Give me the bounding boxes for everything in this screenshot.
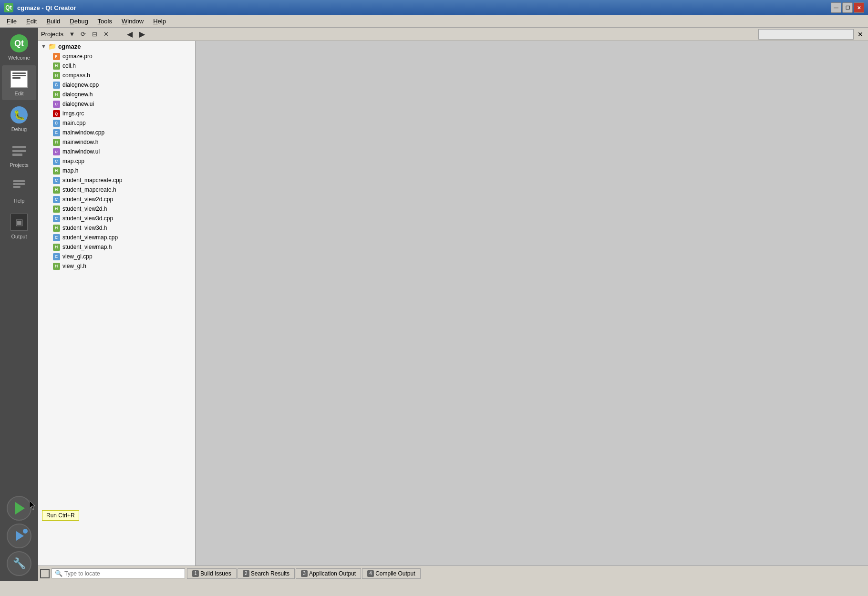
tree-file-item[interactable]: C student_view2d.cpp <box>38 195 195 204</box>
bottom-tab-2[interactable]: 3 Application Output <box>296 568 361 579</box>
tree-file-item[interactable]: H cell.h <box>38 61 195 71</box>
file-type-icon: C <box>52 253 60 260</box>
sidebar-label-edit: Edit <box>15 91 24 96</box>
menu-window[interactable]: Window <box>117 16 148 26</box>
window-controls: — ❐ ✕ <box>831 2 864 13</box>
tree-file-item[interactable]: U dialognew.ui <box>38 99 195 109</box>
tree-file-item[interactable]: C student_view3d.cpp <box>38 214 195 223</box>
close-button[interactable]: ✕ <box>854 2 864 13</box>
bottom-tab-3[interactable]: 4 Compile Output <box>362 568 420 579</box>
tree-file-item[interactable]: H student_viewmap.h <box>38 242 195 252</box>
file-name: student_view2d.h <box>62 206 107 212</box>
titlebar: Qt cgmaze - Qt Creator — ❐ ✕ <box>0 0 868 15</box>
menu-build[interactable]: Build <box>41 16 65 26</box>
file-type-icon: Q <box>52 110 60 117</box>
projects-toolbar: Projects ▼ ⟳ ⊟ ✕ ◀ ▶ ✕ <box>38 28 868 41</box>
menu-tools[interactable]: Tools <box>93 16 117 26</box>
menu-help[interactable]: Help <box>148 16 171 26</box>
file-list: P cgmaze.pro H cell.h H compass.h C dial… <box>38 51 195 271</box>
debug-icon: 🐛 <box>9 105 29 125</box>
search-icon: 🔍 <box>55 570 62 577</box>
file-name: map.h <box>62 167 78 174</box>
file-type-icon: C <box>52 195 60 203</box>
file-type-icon: P <box>52 52 60 60</box>
bottom-tab-0[interactable]: 1 Build Issues <box>187 568 237 579</box>
file-name: mainwindow.ui <box>62 148 100 155</box>
sidebar-label-debug: Debug <box>11 126 27 132</box>
search-box: 🔍 <box>52 568 185 578</box>
root-toggle-icon: ▼ <box>41 43 46 49</box>
file-name: dialognew.cpp <box>62 82 99 88</box>
file-name: map.cpp <box>62 158 84 164</box>
file-name: imgs.qrc <box>62 110 84 117</box>
sync-button[interactable]: ⟳ <box>79 30 88 39</box>
file-name: view_gl.cpp <box>62 253 93 260</box>
tab-number: 2 <box>243 570 249 577</box>
bottom-tab-1[interactable]: 2 Search Results <box>238 568 295 579</box>
window-title: cgmaze - Qt Creator <box>17 4 831 11</box>
sidebar-item-projects[interactable]: Projects <box>2 137 36 172</box>
tree-file-item[interactable]: C dialognew.cpp <box>38 80 195 90</box>
run-debug-button[interactable] <box>7 524 31 548</box>
tree-file-item[interactable]: H student_view3d.h <box>38 223 195 233</box>
tree-root-node[interactable]: ▼ 📁 cgmaze <box>38 41 195 51</box>
panel-close-button[interactable]: ✕ <box>856 30 865 39</box>
tab-number: 1 <box>192 570 199 577</box>
file-type-icon: H <box>52 72 60 79</box>
tree-file-item[interactable]: H map.h <box>38 166 195 175</box>
tree-file-item[interactable]: C view_gl.cpp <box>38 252 195 261</box>
collapse-button[interactable]: ⊟ <box>90 30 100 39</box>
file-name: student_view3d.h <box>62 225 107 231</box>
tree-file-item[interactable]: C student_mapcreate.cpp <box>38 175 195 185</box>
file-type-icon: H <box>52 243 60 251</box>
file-name: student_mapcreate.h <box>62 186 116 193</box>
nav-forward-button[interactable]: ▶ <box>137 29 147 40</box>
tree-file-item[interactable]: C mainwindow.cpp <box>38 128 195 137</box>
tab-label: Application Output <box>309 570 356 577</box>
tree-file-item[interactable]: Q imgs.qrc <box>38 109 195 118</box>
minimize-button[interactable]: — <box>831 2 841 13</box>
sidebar-item-debug[interactable]: 🐛 Debug <box>2 101 36 136</box>
file-type-icon: C <box>52 157 60 165</box>
tree-file-item[interactable]: C student_viewmap.cpp <box>38 233 195 242</box>
build-button[interactable]: 🔧 <box>7 551 31 576</box>
menu-edit[interactable]: Edit <box>21 16 41 26</box>
file-type-icon: U <box>52 148 60 155</box>
tree-file-item[interactable]: H student_view2d.h <box>38 204 195 214</box>
app-icon: Qt <box>4 3 13 12</box>
tab-label: Search Results <box>251 570 289 577</box>
sidebar-item-help[interactable]: Help <box>2 173 36 207</box>
tree-file-item[interactable]: H student_mapcreate.h <box>38 185 195 195</box>
file-type-icon: U <box>52 100 60 108</box>
restore-button[interactable]: ❐ <box>842 2 853 13</box>
file-type-icon: C <box>52 176 60 184</box>
tree-file-item[interactable]: H view_gl.h <box>38 261 195 271</box>
tree-file-item[interactable]: H dialognew.h <box>38 90 195 99</box>
sidebar-item-edit[interactable]: Edit <box>2 65 36 100</box>
run-button[interactable] <box>7 496 31 521</box>
sidebar-item-welcome[interactable]: Qt Welcome <box>2 30 36 64</box>
nav-back-button[interactable]: ◀ <box>124 29 135 40</box>
file-type-icon: C <box>52 234 60 241</box>
menu-debug[interactable]: Debug <box>65 16 93 26</box>
tree-file-item[interactable]: H mainwindow.h <box>38 137 195 147</box>
sidebar-item-output[interactable]: ▣ Output <box>2 208 36 243</box>
tree-file-item[interactable]: H compass.h <box>38 71 195 80</box>
file-type-icon: H <box>52 91 60 98</box>
menu-file[interactable]: File <box>2 16 21 26</box>
file-name: student_mapcreate.cpp <box>62 177 122 184</box>
edit-icon <box>9 69 29 89</box>
file-name: view_gl.h <box>62 263 86 269</box>
file-name: cgmaze.pro <box>62 53 93 60</box>
tree-file-item[interactable]: P cgmaze.pro <box>38 51 195 61</box>
file-type-icon: H <box>52 62 60 70</box>
stop-button[interactable] <box>40 569 50 578</box>
close-proj-button[interactable]: ✕ <box>102 30 111 39</box>
projects-icon <box>9 141 29 161</box>
tree-file-item[interactable]: C map.cpp <box>38 156 195 166</box>
search-input[interactable] <box>64 570 182 577</box>
filter-button[interactable]: ▼ <box>67 30 77 39</box>
tree-file-item[interactable]: U mainwindow.ui <box>38 147 195 156</box>
tree-file-item[interactable]: C main.cpp <box>38 118 195 128</box>
file-name: student_viewmap.h <box>62 244 112 250</box>
